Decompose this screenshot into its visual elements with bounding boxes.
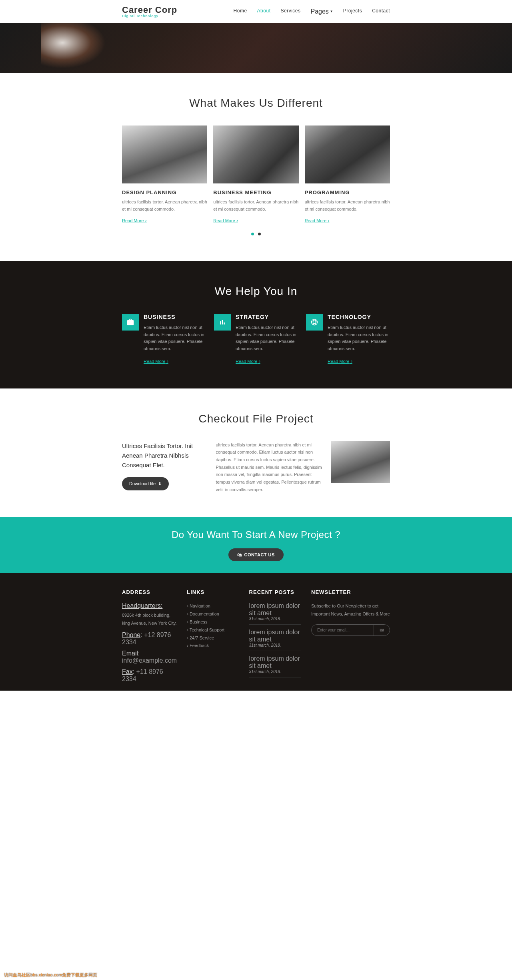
post-date: 31st march, 2018. bbox=[249, 617, 301, 621]
checkout-section: Checkout File Project Ultrices Facilisis… bbox=[0, 388, 512, 518]
help-card-text: Etiam luctus auctor nisl non ut dapibus.… bbox=[144, 324, 206, 352]
download-label: Download file bbox=[129, 481, 156, 486]
card-image bbox=[213, 125, 298, 183]
hero-banner bbox=[0, 23, 512, 73]
post-item[interactable]: lorem ipsum dolor sit amet 31st march, 2… bbox=[249, 602, 301, 625]
card-text: ultrices facilisis tortor. Aenean pharet… bbox=[213, 199, 298, 213]
card-meeting: BUSINESS MEETING ultrices facilisis tort… bbox=[213, 125, 298, 224]
footer-address: ADDRESS Headquarters: 0926k 4th block bu… bbox=[122, 589, 177, 683]
email-input[interactable] bbox=[312, 625, 374, 635]
read-more-link[interactable]: Read More bbox=[122, 218, 147, 223]
nav-pages-label: Pages bbox=[310, 8, 328, 15]
help-business: BUSINESS Etiam luctus auctor nisl non ut… bbox=[122, 314, 206, 364]
svg-point-2 bbox=[313, 319, 316, 325]
newsletter-title: NEWSLETTER bbox=[311, 589, 390, 595]
footer-posts: RECENT POSTS lorem ipsum dolor sit amet … bbox=[249, 589, 301, 683]
email-label: Email bbox=[122, 650, 138, 657]
nav-contact[interactable]: Contact bbox=[372, 8, 390, 15]
svg-point-0 bbox=[312, 319, 318, 325]
submit-button[interactable]: ✉ bbox=[374, 625, 390, 635]
help-card-text: Etiam luctus auctor nisl non ut dapibus.… bbox=[328, 324, 390, 352]
help-technology: TECHNOLOGY Etiam luctus auctor nisl non … bbox=[306, 314, 390, 364]
address-title: ADDRESS bbox=[122, 589, 177, 595]
link-support[interactable]: Technical Support bbox=[190, 627, 224, 632]
cta-title: Do You Want To Start A New Project ? bbox=[0, 529, 512, 540]
link-service[interactable]: 24/7 Service bbox=[190, 635, 214, 640]
link-nav[interactable]: Navigation bbox=[190, 604, 210, 608]
header: Career Corp Digital Technology Home Abou… bbox=[0, 0, 512, 23]
links-title: LINKS bbox=[187, 589, 239, 595]
contact-label: CONTACT US bbox=[244, 552, 275, 557]
post-text: lorem ipsum dolor sit amet bbox=[249, 629, 301, 643]
different-title: What Makes Us Different bbox=[122, 97, 390, 110]
help-strategy: STRATEGY Etiam luctus auctor nisl non ut… bbox=[214, 314, 298, 364]
post-date: 31st march, 2018. bbox=[249, 669, 301, 674]
footer-newsletter: NEWSLETTER Subscribe to Our Newsletter t… bbox=[311, 589, 390, 683]
read-more-link[interactable]: Read More bbox=[213, 218, 238, 223]
main-nav: Home About Services Pages ▼ Projects Con… bbox=[234, 8, 390, 15]
caret-down-icon: ▼ bbox=[330, 10, 333, 13]
newsletter-form: ✉ bbox=[311, 624, 390, 636]
card-image bbox=[305, 125, 390, 183]
download-button[interactable]: Download file ⬇ bbox=[122, 477, 169, 490]
chart-icon bbox=[214, 314, 231, 331]
checkout-image bbox=[331, 441, 390, 483]
help-cards: BUSINESS Etiam luctus auctor nisl non ut… bbox=[122, 314, 390, 364]
read-more-link[interactable]: Read More bbox=[328, 359, 352, 364]
dot-2[interactable] bbox=[258, 233, 261, 235]
nav-about[interactable]: About bbox=[257, 8, 271, 15]
card-design: DESIGN PLANNING ultrices facilisis torto… bbox=[122, 125, 207, 224]
cta-section: Do You Want To Start A New Project ? 🛍 C… bbox=[0, 517, 512, 573]
help-card-title: BUSINESS bbox=[144, 314, 206, 320]
post-item[interactable]: lorem ipsum dolor sit amet 31st march, 2… bbox=[249, 655, 301, 677]
download-icon: ⬇ bbox=[158, 481, 162, 486]
checkout-heading: Ultrices Facilisis Tortor. Init Aenean P… bbox=[122, 441, 208, 470]
card-title: PROGRAMMING bbox=[305, 189, 390, 195]
footer: ADDRESS Headquarters: 0926k 4th block bu… bbox=[0, 573, 512, 691]
link-doc[interactable]: Documentation bbox=[190, 612, 219, 616]
help-card-title: TECHNOLOGY bbox=[328, 314, 390, 320]
nav-services[interactable]: Services bbox=[280, 8, 300, 15]
envelope-icon: ✉ bbox=[380, 627, 384, 633]
help-section: We Help You In BUSINESS Etiam luctus auc… bbox=[0, 261, 512, 388]
newsletter-text: Subscribe to Our Newsletter to get Impor… bbox=[311, 602, 390, 618]
help-title: We Help You In bbox=[122, 285, 390, 298]
contact-button[interactable]: 🛍 CONTACT US bbox=[228, 548, 284, 561]
checkout-text: ultrices facilisis tortor. Aenean pharet… bbox=[216, 441, 323, 494]
nav-home[interactable]: Home bbox=[234, 8, 247, 15]
card-title: DESIGN PLANNING bbox=[122, 189, 207, 195]
svg-point-1 bbox=[312, 321, 318, 324]
link-feedback[interactable]: Feedback bbox=[190, 643, 209, 648]
different-section: What Makes Us Different DESIGN PLANNING … bbox=[0, 73, 512, 261]
nav-pages[interactable]: Pages ▼ bbox=[310, 8, 333, 15]
post-item[interactable]: lorem ipsum dolor sit amet 31st march, 2… bbox=[249, 629, 301, 651]
card-programming: PROGRAMMING ultrices facilisis tortor. A… bbox=[305, 125, 390, 224]
help-card-title: STRATEGY bbox=[236, 314, 298, 320]
briefcase-icon bbox=[122, 314, 139, 331]
phone-label: Phone bbox=[122, 631, 140, 638]
address-line: 0926k 4th block building, king Avenue, N… bbox=[122, 612, 177, 627]
post-text: lorem ipsum dolor sit amet bbox=[249, 655, 301, 669]
carousel-dots bbox=[122, 230, 390, 237]
card-title: BUSINESS MEETING bbox=[213, 189, 298, 195]
read-more-link[interactable]: Read More bbox=[305, 218, 330, 223]
dot-1[interactable] bbox=[251, 233, 254, 235]
read-more-link[interactable]: Read More bbox=[144, 359, 168, 364]
footer-links: LINKS Navigation Documentation Business … bbox=[187, 589, 239, 683]
nav-projects[interactable]: Projects bbox=[343, 8, 362, 15]
fax-label: Fax bbox=[122, 668, 133, 675]
posts-title: RECENT POSTS bbox=[249, 589, 301, 595]
post-date: 31st march, 2018. bbox=[249, 643, 301, 647]
link-business[interactable]: Business bbox=[190, 619, 208, 624]
card-text: ultrices facilisis tortor. Aenean pharet… bbox=[305, 199, 390, 213]
read-more-link[interactable]: Read More bbox=[236, 359, 260, 364]
bag-icon: 🛍 bbox=[237, 552, 242, 557]
hq-label: Headquarters: bbox=[122, 602, 177, 610]
sphere-icon bbox=[306, 314, 323, 331]
checkout-title: Checkout File Project bbox=[122, 412, 390, 425]
logo[interactable]: Career Corp Digital Technology bbox=[122, 5, 177, 18]
help-card-text: Etiam luctus auctor nisl non ut dapibus.… bbox=[236, 324, 298, 352]
post-text: lorem ipsum dolor sit amet bbox=[249, 602, 301, 617]
card-image bbox=[122, 125, 207, 183]
card-text: ultrices facilisis tortor. Aenean pharet… bbox=[122, 199, 207, 213]
